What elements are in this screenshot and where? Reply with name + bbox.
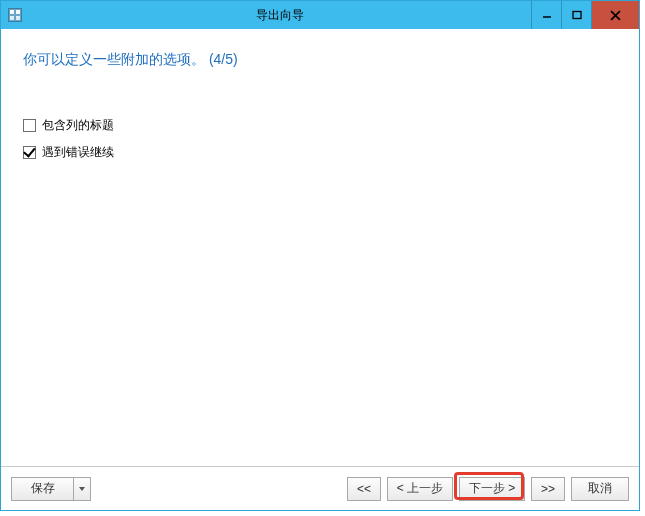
svg-rect-1 bbox=[573, 12, 581, 19]
continue-on-error-label: 遇到错误继续 bbox=[42, 144, 114, 161]
maximize-button[interactable] bbox=[561, 1, 591, 29]
first-button[interactable]: << bbox=[347, 477, 381, 501]
app-icon bbox=[1, 1, 29, 29]
cancel-button[interactable]: 取消 bbox=[571, 477, 629, 501]
minimize-button[interactable] bbox=[531, 1, 561, 29]
wizard-content: 你可以定义一些附加的选项。 (4/5) 包含列的标题 遇到错误继续 bbox=[1, 29, 639, 466]
window-title: 导出向导 bbox=[29, 1, 531, 29]
export-wizard-window: 导出向导 你可以定义一些附加的选项。 (4/5) 包含列的标题 遇到错误继续 保… bbox=[0, 0, 640, 511]
save-button[interactable]: 保存 bbox=[11, 477, 73, 501]
close-button[interactable] bbox=[591, 1, 639, 29]
last-button[interactable]: >> bbox=[531, 477, 565, 501]
titlebar: 导出向导 bbox=[1, 1, 639, 29]
include-titles-checkbox[interactable] bbox=[23, 119, 36, 132]
window-controls bbox=[531, 1, 639, 29]
continue-on-error-checkbox[interactable] bbox=[23, 146, 36, 159]
save-split-button: 保存 bbox=[11, 477, 91, 501]
save-dropdown-button[interactable] bbox=[73, 477, 91, 501]
wizard-footer: 保存 << < 上一步 下一步 > >> 取消 bbox=[1, 466, 639, 510]
option-continue-on-error-row: 遇到错误继续 bbox=[23, 144, 617, 161]
next-button[interactable]: 下一步 > bbox=[459, 477, 525, 501]
page-heading: 你可以定义一些附加的选项。 (4/5) bbox=[23, 51, 617, 69]
prev-button[interactable]: < 上一步 bbox=[387, 477, 453, 501]
option-include-titles-row: 包含列的标题 bbox=[23, 117, 617, 134]
include-titles-label: 包含列的标题 bbox=[42, 117, 114, 134]
